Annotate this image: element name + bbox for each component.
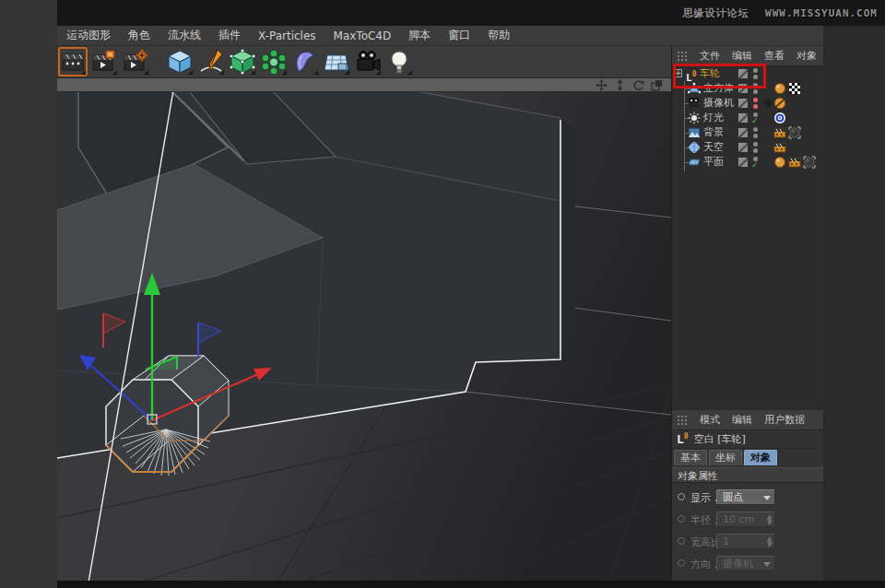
render-picture-viewer-icon[interactable] <box>90 48 118 76</box>
layer-toggle[interactable] <box>738 69 748 78</box>
viewport-toggle-icon[interactable] <box>651 79 663 91</box>
editor-visibility-dot[interactable] <box>753 68 758 73</box>
property-row-radius: 半径 . 10 cm ▲▼ <box>672 512 824 528</box>
bottom-margin <box>57 581 885 588</box>
object-label[interactable]: 立方体 <box>703 81 734 96</box>
editor-visibility-dot[interactable] <box>753 98 758 102</box>
layer-toggle[interactable] <box>738 158 748 167</box>
menu-maxtoc4d[interactable]: MaxToC4D <box>334 29 392 42</box>
deformer-icon[interactable] <box>291 48 319 76</box>
material-tag-icon[interactable] <box>788 126 801 139</box>
viewport-dolly-icon[interactable] <box>614 79 626 91</box>
menu-plugins[interactable]: 插件 <box>218 28 241 43</box>
tab-object[interactable]: 对象 <box>744 450 777 465</box>
attr-menu-mode[interactable]: 模式 <box>700 413 720 427</box>
object-row-wheel[interactable]: + L0 车轮 <box>672 66 824 81</box>
om-menu-view[interactable]: 查看 <box>764 49 785 63</box>
tab-coord[interactable]: 坐标 <box>709 450 742 465</box>
banner-site-url: WWW.MISSYUAN.COM <box>765 7 878 19</box>
render-view-icon[interactable] <box>59 48 87 76</box>
object-label[interactable]: 背景 <box>703 125 724 140</box>
render-visibility-dot[interactable] <box>753 134 758 138</box>
keyframe-dot[interactable] <box>678 559 685 567</box>
object-row-light[interactable]: 灯光 ✓ <box>672 111 824 125</box>
spline-pen-icon[interactable] <box>197 48 225 76</box>
object-label[interactable]: 车轮 <box>700 66 720 81</box>
layer-toggle[interactable] <box>738 128 748 137</box>
property-label: 显示 . <box>690 491 717 505</box>
object-label[interactable]: 平面 <box>703 155 724 170</box>
menu-character[interactable]: 角色 <box>128 28 150 43</box>
radius-field[interactable]: 10 cm ▲▼ <box>716 512 775 527</box>
object-label[interactable]: 灯光 <box>703 111 724 125</box>
texture-tag-icon[interactable] <box>788 82 801 95</box>
editor-visibility-dot[interactable] <box>753 83 758 88</box>
panel-grid-icon[interactable] <box>677 415 688 426</box>
title-strip: 思缘设计论坛 WWW.MISSYUAN.COM <box>57 0 885 26</box>
render-visibility-dot[interactable] <box>753 75 758 79</box>
viewport-rotate-icon[interactable] <box>632 79 644 91</box>
viewport-pan-icon[interactable] <box>596 79 608 91</box>
om-menu-object[interactable]: 对象 <box>796 49 817 63</box>
primitive-cube-icon[interactable] <box>166 48 194 76</box>
light-icon[interactable] <box>385 48 413 76</box>
target-tag-icon[interactable] <box>773 112 786 124</box>
layer-toggle[interactable] <box>738 84 748 93</box>
phong-tag-icon[interactable] <box>773 156 786 169</box>
object-label[interactable]: 天空 <box>703 140 724 155</box>
menu-help[interactable]: 帮助 <box>488 28 510 43</box>
object-row-cube[interactable]: 立方体 <box>672 81 824 96</box>
camera-active-toggle-icon[interactable] <box>762 98 773 109</box>
object-row-background[interactable]: 背景 <box>672 125 824 140</box>
editor-visibility-dot[interactable] <box>753 127 758 132</box>
compositing-tag-icon[interactable] <box>788 156 801 169</box>
environment-floor-icon[interactable] <box>323 48 350 76</box>
object-row-sky[interactable]: 天空 <box>672 140 824 155</box>
render-visibility-dot[interactable] <box>753 89 758 94</box>
material-tag-icon[interactable] <box>803 156 816 169</box>
om-menu-edit[interactable]: 编辑 <box>732 49 752 63</box>
menu-xparticles[interactable]: X-Particles <box>258 29 316 42</box>
panel-grid-icon[interactable] <box>677 51 688 62</box>
right-margin <box>823 26 885 588</box>
phong-tag-icon[interactable] <box>773 82 786 95</box>
mograph-array-icon[interactable] <box>260 48 288 76</box>
object-label[interactable]: 摄像机 <box>703 96 734 111</box>
render-settings-icon[interactable] <box>122 48 149 76</box>
layer-toggle[interactable] <box>738 113 748 123</box>
expand-icon[interactable]: + <box>674 69 682 77</box>
orientation-dropdown[interactable]: 摄像机 <box>716 556 775 571</box>
stepper-arrows-icon[interactable]: ▲▼ <box>767 536 772 547</box>
viewport-titlebar[interactable] <box>57 78 671 92</box>
keyframe-dot[interactable] <box>678 537 685 545</box>
protection-tag-icon[interactable] <box>773 97 786 110</box>
subdivision-surface-icon[interactable] <box>229 48 256 76</box>
stepper-arrows-icon[interactable]: ▲▼ <box>767 514 772 525</box>
object-row-camera[interactable]: 摄像机 <box>672 96 824 111</box>
property-row-orientation: 方向 . 摄像机 <box>672 556 824 572</box>
compositing-tag-icon[interactable] <box>773 126 786 139</box>
render-visibility-dot[interactable] <box>753 148 758 153</box>
display-dropdown[interactable]: 圆点 <box>716 489 775 505</box>
attr-menu-edit[interactable]: 编辑 <box>732 413 752 427</box>
editor-visibility-dot[interactable] <box>753 142 758 147</box>
attr-menu-userdata[interactable]: 用户数据 <box>764 413 805 427</box>
object-row-plane[interactable]: 平面 ✓ <box>672 155 824 170</box>
aspect-field[interactable]: 1 ▲▼ <box>716 534 775 549</box>
viewport-canvas[interactable] <box>57 92 671 581</box>
menu-script[interactable]: 脚本 <box>408 28 431 43</box>
om-menu-file[interactable]: 文件 <box>700 49 720 63</box>
menu-pipeline[interactable]: 流水线 <box>168 28 201 43</box>
keyframe-dot[interactable] <box>678 493 685 500</box>
enabled-check-icon[interactable]: ✓ <box>751 161 759 170</box>
tab-basic[interactable]: 基本 <box>674 450 707 465</box>
layer-toggle[interactable] <box>738 143 748 152</box>
compositing-tag-icon[interactable] <box>773 141 786 154</box>
keyframe-dot[interactable] <box>678 515 685 523</box>
camera-icon[interactable] <box>354 48 382 76</box>
enabled-check-icon[interactable]: ✓ <box>751 117 759 125</box>
menu-window[interactable]: 窗口 <box>448 28 470 43</box>
render-visibility-dot[interactable] <box>753 104 758 109</box>
menu-mograph[interactable]: 运动图形 <box>66 28 111 43</box>
layer-toggle[interactable] <box>738 99 748 108</box>
